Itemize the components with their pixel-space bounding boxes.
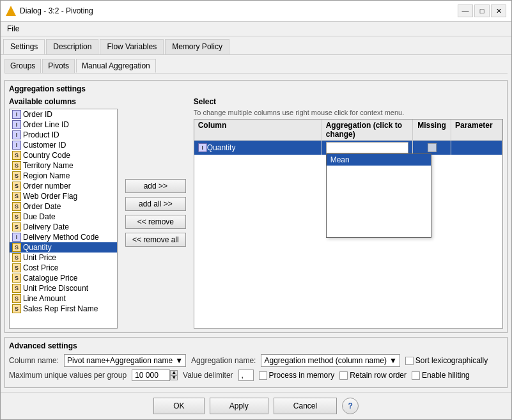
- tab-settings[interactable]: Settings: [3, 39, 45, 54]
- sub-tab-manual-agg[interactable]: Manual Aggregation: [76, 59, 156, 73]
- list-item[interactable]: SUnit Price: [10, 253, 117, 263]
- retain-row-order-label: Retain row order: [350, 371, 407, 380]
- minimize-button[interactable]: —: [458, 4, 473, 17]
- sub-tab-groups[interactable]: Groups: [4, 59, 41, 73]
- type-badge: I: [12, 141, 21, 150]
- select-label: Select: [194, 97, 503, 106]
- dropdown-scroll[interactable]: Mean Mean absolute deviation Median Medi…: [327, 154, 431, 237]
- row-missing[interactable]: [413, 141, 451, 155]
- add-button[interactable]: add >>: [125, 179, 186, 193]
- dropdown-item[interactable]: Mode: [327, 223, 431, 235]
- ok-button[interactable]: OK: [153, 398, 205, 414]
- list-item-label: Territory Name: [23, 161, 74, 170]
- list-item[interactable]: SCountry Code: [10, 150, 117, 160]
- col-header-aggregation[interactable]: Aggregation (click to change): [322, 120, 413, 140]
- dropdown-item[interactable]: Median: [327, 177, 431, 189]
- list-item[interactable]: STerritory Name: [10, 160, 117, 171]
- max-unique-spinner[interactable]: ▲ ▼: [132, 369, 178, 381]
- retain-row-order-checkbox[interactable]: [339, 371, 348, 380]
- sub-tab-pivots[interactable]: Pivots: [42, 59, 75, 73]
- row-parameter: [451, 141, 502, 155]
- table-row[interactable]: I Quantity Mean ▼: [194, 141, 502, 155]
- list-item[interactable]: SOrder Date: [10, 201, 117, 212]
- triangle-icon: [6, 6, 16, 16]
- main-tab-bar: Settings Description Flow Variables Memo…: [1, 36, 511, 55]
- list-item[interactable]: SOrder number: [10, 181, 117, 191]
- list-item-label: Quantity: [23, 243, 52, 252]
- list-item-label: Country Code: [23, 151, 70, 160]
- maximize-button[interactable]: □: [474, 4, 490, 17]
- remove-all-button[interactable]: << remove all: [125, 233, 186, 247]
- close-button[interactable]: ✕: [491, 4, 506, 17]
- dropdown-item[interactable]: Missing value count: [327, 212, 431, 223]
- list-item[interactable]: SDue Date: [10, 212, 117, 222]
- type-badge: S: [12, 171, 21, 180]
- available-columns-list[interactable]: IOrder IDIOrder Line IDIProduct IDICusto…: [9, 109, 118, 329]
- list-item[interactable]: IProduct ID: [10, 130, 117, 140]
- cancel-button[interactable]: Cancel: [274, 398, 337, 414]
- column-name-dropdown[interactable]: Pivot name+Aggregation name ▼: [64, 354, 186, 367]
- dropdown-item[interactable]: P^2 Percentile: [327, 235, 431, 237]
- missing-checkbox[interactable]: [428, 143, 437, 152]
- list-item[interactable]: SDelivery Date: [10, 222, 117, 232]
- dropdown-item[interactable]: Minimum: [327, 200, 431, 212]
- aggregation-name-label: Aggregation name:: [191, 356, 256, 365]
- list-item-label: Order ID: [23, 110, 52, 119]
- dropdown-item[interactable]: Median absolute deviation: [327, 189, 431, 200]
- list-item[interactable]: IDelivery Method Code: [10, 232, 117, 242]
- list-item[interactable]: SUnit Price Discount: [10, 283, 117, 293]
- list-item[interactable]: SSales Rep First Name: [10, 304, 117, 314]
- title-bar: Dialog - 3:2 - Pivoting — □ ✕: [1, 1, 511, 22]
- type-badge: S: [12, 182, 21, 191]
- help-button[interactable]: ?: [342, 398, 359, 414]
- list-item[interactable]: SCatalogue Price: [10, 273, 117, 283]
- sort-lexicographically-checkbox[interactable]: [405, 357, 414, 365]
- file-menu[interactable]: File: [3, 23, 23, 35]
- row-type-badge: I: [198, 143, 207, 152]
- aggregation-dropdown-menu: Mean Mean absolute deviation Median Medi…: [326, 153, 431, 238]
- apply-button[interactable]: Apply: [210, 398, 268, 414]
- value-delimiter-label: Value delimiter: [183, 371, 233, 380]
- type-badge: S: [12, 192, 21, 201]
- list-item[interactable]: SWeb Order Flag: [10, 191, 117, 201]
- list-item[interactable]: SLine Amount: [10, 293, 117, 304]
- row-aggregation[interactable]: Mean ▼ Mean Mean absolute deviation Medi…: [322, 141, 413, 155]
- list-item[interactable]: SQuantity: [10, 242, 117, 253]
- remove-button[interactable]: << remove: [125, 215, 186, 229]
- aggregation-name-dropdown[interactable]: Aggregation method (column name) ▼: [261, 354, 400, 367]
- agg-body: Available columns IOrder IDIOrder Line I…: [9, 97, 503, 329]
- list-item[interactable]: IOrder Line ID: [10, 120, 117, 130]
- list-item-label: Cost Price: [23, 263, 58, 272]
- dropdown-item[interactable]: Mean: [327, 154, 431, 166]
- aggregation-table: Column Aggregation (click to change) Mis…: [194, 119, 503, 329]
- process-in-memory-checkbox[interactable]: [259, 371, 267, 380]
- tab-flow-variables[interactable]: Flow Variables: [100, 39, 164, 54]
- retain-row-order-wrap[interactable]: Retain row order: [339, 371, 407, 380]
- advanced-settings-panel: Advanced settings Column name: Pivot nam…: [4, 337, 508, 388]
- list-item[interactable]: ICustomer ID: [10, 140, 117, 150]
- list-item-label: Due Date: [23, 212, 56, 221]
- column-name-chevron-icon: ▼: [175, 356, 183, 365]
- tab-memory-policy[interactable]: Memory Policy: [165, 39, 229, 54]
- aggregation-dropdown[interactable]: Mean ▼ Mean Mean absolute deviation Medi…: [326, 142, 408, 153]
- column-name-label: Column name:: [9, 356, 59, 365]
- list-item[interactable]: SCost Price: [10, 263, 117, 273]
- aggregation-dropdown-field[interactable]: Mean ▼: [326, 142, 408, 153]
- list-item[interactable]: IOrder ID: [10, 109, 117, 120]
- type-badge: S: [12, 151, 21, 160]
- max-unique-input[interactable]: [132, 369, 170, 381]
- footer-buttons: OK Apply Cancel ?: [1, 392, 511, 419]
- process-in-memory-wrap[interactable]: Process in memory: [259, 371, 335, 380]
- list-item[interactable]: SRegion Name: [10, 171, 117, 181]
- value-delimiter-input[interactable]: [238, 369, 254, 381]
- col-header-column: Column: [194, 120, 322, 140]
- sort-lexicographically-wrap[interactable]: Sort lexicographically: [405, 356, 488, 365]
- dropdown-item[interactable]: Mean absolute deviation: [327, 166, 431, 177]
- add-all-button[interactable]: add all >>: [125, 197, 186, 211]
- tab-description[interactable]: Description: [46, 39, 98, 54]
- col-header-parameter: Parameter: [451, 120, 502, 140]
- type-badge: S: [12, 243, 21, 252]
- spin-down-button[interactable]: ▼: [170, 375, 178, 380]
- enable-hiliting-checkbox[interactable]: [412, 371, 420, 380]
- enable-hiliting-wrap[interactable]: Enable hiliting: [412, 371, 470, 380]
